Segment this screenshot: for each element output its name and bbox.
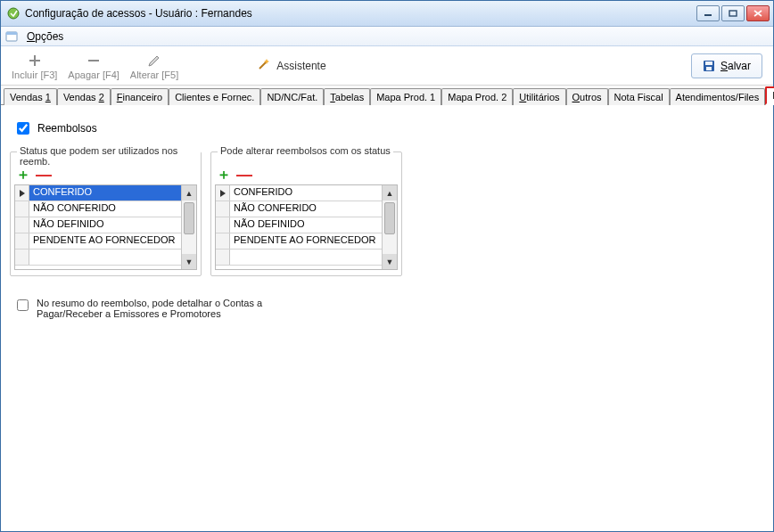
scroll-up-icon[interactable]: ▲ [383,185,397,201]
minimize-button[interactable] [696,5,720,21]
table-row[interactable]: NÃO CONFERIDO [15,201,181,217]
wand-icon [257,57,271,74]
svg-rect-4 [6,32,17,35]
table-row [15,250,181,266]
reembolsos-checkbox-input[interactable] [17,122,29,135]
panel-pode-alterar: Pode alterar reembolsos com os status ＋ … [210,151,402,276]
tab-nota-fiscal[interactable]: Nota Fiscal [608,88,670,105]
titlebar: Configuração de acessos - Usuário : Fern… [1,1,773,27]
scroll-down-icon[interactable]: ▼ [182,254,196,269]
tab-body-reemb: Reembolsos Status que podem ser utilizad… [1,105,773,531]
panel1-scrollbar[interactable]: ▲ ▼ [181,185,196,269]
table-row[interactable]: CONFERIDO [15,185,181,201]
panel1-add-button[interactable]: ＋ [16,168,30,181]
svg-rect-6 [705,61,712,65]
toolbar: Incluir [F3] Apagar [F4] Alterar [F5] As… [1,46,773,86]
minus-icon [85,52,103,70]
save-button[interactable]: Salvar [691,53,762,78]
panel1-grid[interactable]: CONFERIDO NÃO CONFERIDO NÃO DEFINIDO PEN… [14,184,197,270]
window-buttons [696,5,770,21]
panel2-grid[interactable]: CONFERIDO NÃO CONFERIDO NÃO DEFINIDO PEN… [215,184,398,270]
table-row[interactable]: NÃO DEFINIDO [15,217,181,233]
tab-mapa-prod-2[interactable]: Mapa Prod. 2 [441,88,513,105]
tab-financeiro[interactable]: Financeiro [111,88,169,105]
panel-status-utilizados: Status que podem ser utilizados nos reem… [10,151,202,276]
panel2-add-button[interactable]: ＋ [217,168,231,181]
table-row [216,250,382,266]
disk-icon [703,60,715,72]
tab-outros[interactable]: Outros [566,88,608,105]
delete-button[interactable]: Apagar [F4] [64,50,122,82]
svg-rect-7 [706,67,712,70]
pencil-icon [145,52,163,70]
tab-nd-nc-fat[interactable]: ND/NC/Fat. [260,88,324,105]
tab-clientes-fornec[interactable]: Clientes e Fornec. [169,88,260,105]
scroll-down-icon[interactable]: ▼ [383,254,397,269]
maximize-button[interactable] [721,5,745,21]
table-row[interactable]: CONFERIDO [216,185,382,201]
scroll-thumb[interactable] [384,202,395,234]
panel2-scrollbar[interactable]: ▲ ▼ [382,185,397,269]
scroll-up-icon[interactable]: ▲ [182,185,196,201]
detail-checkbox[interactable]: No resumo do reembolso, pode detalhar o … [13,298,263,319]
svg-rect-1 [704,14,712,16]
options-menu[interactable]: Opções [21,29,69,45]
panel1-remove-button[interactable]: — [36,168,52,181]
table-row[interactable]: PENDENTE AO FORNECEDOR [15,233,181,250]
detail-checkbox-input[interactable] [17,299,29,311]
app-window: Configuração de acessos - Usuário : Fern… [0,0,774,532]
tab-tabelas[interactable]: Tabelas [324,88,370,105]
svg-rect-2 [729,11,737,16]
include-button[interactable]: Incluir [F3] [8,50,61,82]
row-indicator-icon [15,185,29,201]
row-indicator-icon [216,185,230,201]
options-menu-icon [4,29,19,44]
svg-point-0 [8,8,19,19]
menubar: Opções [1,27,773,46]
window-title: Configuração de acessos - Usuário : Fern… [25,7,696,20]
tab-reemb[interactable]: Reemb. [765,86,774,105]
reembolsos-checkbox[interactable]: Reembolsos [13,119,764,137]
table-row[interactable]: PENDENTE AO FORNECEDOR [216,233,382,250]
app-icon [6,6,21,20]
alter-button[interactable]: Alterar [F5] [127,50,182,82]
table-row[interactable]: NÃO CONFERIDO [216,201,382,217]
assistant-button[interactable]: Assistente [257,57,325,74]
panel-status-utilizados-caption: Status que podem ser utilizados nos reem… [17,145,201,167]
tabstrip: Vendas 1 Vendas 2 Financeiro Clientes e … [1,86,773,105]
panel-pode-alterar-caption: Pode alterar reembolsos com os status [218,145,393,156]
tab-mapa-prod-1[interactable]: Mapa Prod. 1 [370,88,441,105]
tab-vendas-2[interactable]: Vendas 2 [57,88,111,105]
panel2-remove-button[interactable]: — [236,168,252,181]
tab-vendas-1[interactable]: Vendas 1 [4,88,57,105]
tab-utilitarios[interactable]: Utilitários [513,88,565,105]
close-button[interactable] [746,5,770,21]
tab-atendimentos-files[interactable]: Atendimentos/Files [670,88,766,105]
scroll-thumb[interactable] [184,202,194,234]
table-row[interactable]: NÃO DEFINIDO [216,217,382,233]
plus-icon [26,52,44,70]
